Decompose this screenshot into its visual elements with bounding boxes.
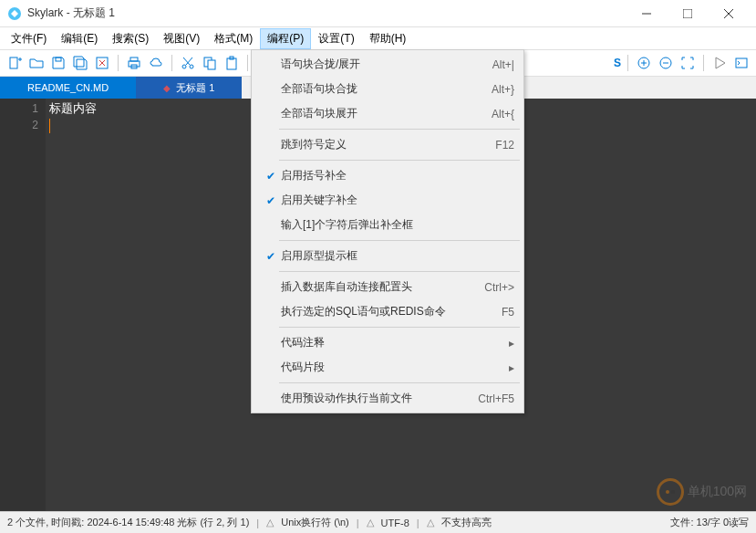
- menu-item-4[interactable]: 格式(M): [207, 28, 260, 49]
- svg-point-35: [671, 490, 675, 494]
- fullscreen-icon[interactable]: [678, 54, 697, 72]
- window-title: Skylark - 无标题 1: [27, 5, 626, 21]
- menu-dropdown-item[interactable]: 全部语句块展开Alt+{: [254, 101, 522, 126]
- menubar: 文件(F)编辑(E)搜索(S)视图(V)格式(M)编程(P)设置(T)帮助(H): [0, 27, 756, 49]
- menu-item-5[interactable]: 编程(P): [260, 28, 311, 49]
- menu-dropdown-item[interactable]: 代码注释▸: [254, 330, 522, 355]
- line-gutter: 12: [0, 99, 46, 511]
- save-all-icon[interactable]: [71, 54, 89, 72]
- save-icon[interactable]: [49, 54, 67, 72]
- cut-icon[interactable]: [179, 54, 197, 72]
- watermark: 单机100网: [657, 478, 747, 506]
- menu-item-2[interactable]: 搜索(S): [105, 28, 156, 49]
- submenu-arrow-icon: ▸: [509, 361, 514, 374]
- run-icon[interactable]: [710, 54, 729, 72]
- status-syntax[interactable]: 不支持高亮: [441, 516, 492, 529]
- submenu-arrow-icon: ▸: [509, 337, 514, 350]
- svg-rect-5: [10, 57, 17, 68]
- new-file-icon[interactable]: [5, 54, 24, 72]
- check-icon: ✔: [261, 250, 281, 263]
- tab-0[interactable]: README_CN.MD: [0, 77, 136, 99]
- minimize-button[interactable]: [626, 1, 667, 26]
- menu-dropdown-item[interactable]: 语句块合拢/展开Alt+|: [254, 52, 522, 77]
- titlebar: Skylark - 无标题 1: [0, 0, 756, 27]
- close-file-icon[interactable]: [93, 54, 111, 72]
- menu-dropdown-item[interactable]: 使用预设动作执行当前文件Ctrl+F5: [254, 386, 522, 411]
- menu-dropdown-item[interactable]: 输入[1]个字符后弹出补全框: [254, 213, 522, 237]
- cloud-icon[interactable]: [147, 54, 165, 72]
- status-right: 文件: 13/字 0读写: [670, 516, 749, 529]
- menu-dropdown-item[interactable]: 全部语句块合拢Alt+}: [254, 77, 522, 101]
- menu-dropdown-item[interactable]: ✔启用原型提示框: [254, 244, 522, 268]
- menu-dropdown-item[interactable]: ✔启用括号补全: [254, 163, 522, 188]
- zoom-in-icon[interactable]: [635, 54, 653, 72]
- svg-rect-2: [683, 9, 692, 18]
- svg-rect-33: [736, 58, 747, 68]
- close-button[interactable]: [708, 1, 749, 26]
- statusbar: 2 个文件, 时间戳: 2024-6-14 15:49:48 光标 (行 2, …: [0, 511, 756, 533]
- menu-item-1[interactable]: 编辑(E): [54, 28, 105, 49]
- terminal-icon[interactable]: [732, 54, 751, 72]
- programming-menu-dropdown: 语句块合拢/展开Alt+|全部语句块合拢Alt+}全部语句块展开Alt+{跳到符…: [251, 49, 524, 413]
- svg-point-34: [666, 490, 669, 494]
- open-icon[interactable]: [27, 54, 46, 72]
- svg-rect-20: [208, 60, 215, 69]
- status-encoding[interactable]: UTF-8: [381, 517, 409, 528]
- menu-dropdown-item[interactable]: 执行选定的SQL语句或REDIS命令F5: [254, 299, 522, 324]
- menu-dropdown-item[interactable]: 插入数据库自动连接配置头Ctrl+>: [254, 275, 522, 299]
- menu-dropdown-item[interactable]: ✔启用关键字补全: [254, 188, 522, 213]
- menu-dropdown-item[interactable]: 跳到符号定义F12: [254, 132, 522, 157]
- status-eol[interactable]: Unix换行符 (\n): [281, 516, 349, 529]
- svg-point-15: [182, 65, 186, 68]
- check-icon: ✔: [261, 194, 281, 207]
- tab-1[interactable]: ◆无标题 1: [136, 77, 242, 99]
- svg-rect-8: [56, 57, 61, 61]
- menu-item-0[interactable]: 文件(F): [4, 28, 54, 49]
- copy-icon[interactable]: [201, 54, 219, 72]
- menu-item-6[interactable]: 设置(T): [311, 28, 361, 49]
- print-icon[interactable]: [125, 54, 143, 72]
- zoom-out-icon[interactable]: [657, 54, 675, 72]
- svg-rect-13: [129, 61, 140, 67]
- svg-point-16: [190, 65, 193, 68]
- line-number: 2: [2, 117, 38, 133]
- menu-item-7[interactable]: 帮助(H): [362, 28, 414, 49]
- svg-rect-12: [130, 57, 138, 61]
- svg-rect-21: [227, 58, 236, 69]
- toolbar-text: S: [614, 57, 621, 69]
- check-icon: ✔: [261, 170, 281, 183]
- tab-dirty-icon: ◆: [163, 83, 171, 93]
- menu-dropdown-item[interactable]: 代码片段▸: [254, 355, 522, 380]
- paste-icon[interactable]: [223, 54, 241, 72]
- maximize-button[interactable]: [667, 1, 708, 26]
- menu-item-3[interactable]: 视图(V): [156, 28, 207, 49]
- line-number: 1: [2, 100, 38, 117]
- app-icon: [7, 6, 22, 21]
- status-left: 2 个文件, 时间戳: 2024-6-14 15:49:48 光标 (行 2, …: [7, 516, 249, 529]
